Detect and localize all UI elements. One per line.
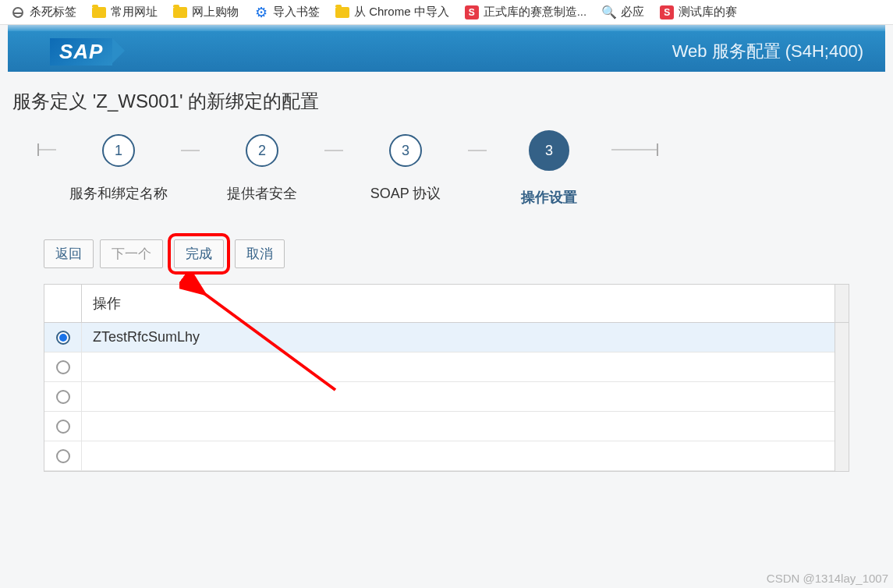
browser-bookmarks-bar: 杀死标签 常用网址 网上购物 ⚙ 导入书签 从 Chrome 中导入 S 正式库… bbox=[0, 0, 893, 25]
table-row[interactable] bbox=[44, 352, 835, 382]
table-row[interactable] bbox=[44, 441, 835, 471]
bookmark-label: 必应 bbox=[621, 5, 644, 19]
radio-icon bbox=[56, 449, 70, 463]
folder-icon bbox=[92, 5, 106, 19]
bookmark-label: 杀死标签 bbox=[30, 5, 76, 19]
folder-icon bbox=[173, 5, 187, 19]
bookmark-biying[interactable]: 🔍 必应 bbox=[594, 5, 652, 19]
back-button[interactable]: 返回 bbox=[44, 239, 94, 268]
wizard-start-tick bbox=[37, 134, 56, 165]
wizard-button-row: 返回 下一个 完成 取消 bbox=[0, 227, 893, 284]
step-label: 提供者安全 bbox=[227, 184, 297, 203]
bookmark-shopping[interactable]: 网上购物 bbox=[165, 5, 246, 19]
globe-icon bbox=[11, 5, 25, 19]
bookmark-common[interactable]: 常用网址 bbox=[84, 5, 165, 19]
bookmark-label: 测试库的赛 bbox=[679, 5, 737, 19]
row-radio-cell[interactable] bbox=[44, 412, 82, 441]
table-row[interactable] bbox=[44, 382, 835, 412]
wizard-step-4[interactable]: 3 操作设置 bbox=[487, 134, 611, 207]
table-row[interactable]: ZTestRfcSumLhy bbox=[44, 323, 835, 352]
step-label: SOAP 协议 bbox=[370, 184, 441, 203]
wizard-end-tick bbox=[611, 134, 658, 165]
bookmark-label: 常用网址 bbox=[111, 5, 158, 19]
bookmark-label: 导入书签 bbox=[273, 5, 320, 19]
bookmark-label: 从 Chrome 中导入 bbox=[354, 5, 449, 19]
app-icon: S bbox=[660, 5, 674, 19]
row-radio-cell[interactable] bbox=[44, 323, 82, 352]
row-text: ZTestRfcSumLhy bbox=[82, 329, 835, 345]
shell-title: Web 服务配置 (S4H;400) bbox=[672, 40, 863, 63]
bookmark-kill-tab[interactable]: 杀死标签 bbox=[3, 5, 84, 19]
cancel-button[interactable]: 取消 bbox=[235, 239, 285, 268]
radio-icon bbox=[56, 390, 70, 404]
step-connector bbox=[324, 150, 343, 151]
step-connector bbox=[181, 150, 200, 151]
wizard-step-3[interactable]: 3 SOAP 协议 bbox=[343, 134, 468, 203]
step-number: 3 bbox=[529, 130, 569, 171]
folder-icon bbox=[335, 5, 349, 19]
table-header-radio-col bbox=[44, 285, 82, 322]
step-number: 1 bbox=[102, 134, 135, 167]
table-row[interactable] bbox=[44, 412, 835, 441]
gear-icon: ⚙ bbox=[254, 5, 268, 19]
sap-logo: SAP bbox=[50, 38, 112, 66]
table-scrollbar[interactable] bbox=[835, 323, 849, 471]
app-icon: S bbox=[465, 5, 479, 19]
bookmark-from-chrome[interactable]: 从 Chrome 中导入 bbox=[328, 5, 457, 19]
step-label: 服务和绑定名称 bbox=[69, 184, 168, 203]
row-radio-cell[interactable] bbox=[44, 441, 82, 470]
annotation-highlight-box: 完成 bbox=[168, 233, 230, 275]
row-radio-cell[interactable] bbox=[44, 382, 82, 411]
step-connector bbox=[468, 150, 487, 151]
radio-icon bbox=[56, 420, 70, 434]
bookmark-import[interactable]: ⚙ 导入书签 bbox=[246, 5, 328, 19]
sap-shell-header: SAP Web 服务配置 (S4H;400) bbox=[8, 25, 885, 72]
page-title: 服务定义 'Z_WS001' 的新绑定的配置 bbox=[0, 72, 893, 122]
step-number: 2 bbox=[246, 134, 278, 167]
bookmark-label: 正式库的赛意制造... bbox=[484, 5, 587, 19]
wizard-step-2[interactable]: 2 提供者安全 bbox=[200, 134, 324, 203]
row-radio-cell[interactable] bbox=[44, 352, 82, 381]
operations-table: 操作 ZTestRfcSumLhy bbox=[44, 284, 849, 472]
search-icon: 🔍 bbox=[602, 5, 616, 19]
bookmark-test-lib[interactable]: S 测试库的赛 bbox=[652, 5, 745, 19]
wizard-step-1[interactable]: 1 服务和绑定名称 bbox=[56, 134, 181, 203]
wizard-progress: 1 服务和绑定名称 2 提供者安全 3 SOAP 协议 3 操作设置 bbox=[0, 122, 893, 227]
radio-icon bbox=[56, 331, 70, 345]
bookmark-label: 网上购物 bbox=[192, 5, 239, 19]
radio-icon bbox=[56, 360, 70, 374]
watermark: CSDN @1314lay_1007 bbox=[767, 572, 888, 585]
table-scrollbar-col[interactable] bbox=[835, 285, 849, 322]
next-button[interactable]: 下一个 bbox=[100, 239, 163, 268]
finish-button[interactable]: 完成 bbox=[174, 239, 224, 268]
table-header-row: 操作 bbox=[44, 285, 849, 323]
bookmark-formal-lib[interactable]: S 正式库的赛意制造... bbox=[457, 5, 595, 19]
step-number: 3 bbox=[389, 134, 422, 167]
table-header-operation: 操作 bbox=[82, 285, 835, 322]
step-label: 操作设置 bbox=[521, 188, 577, 207]
